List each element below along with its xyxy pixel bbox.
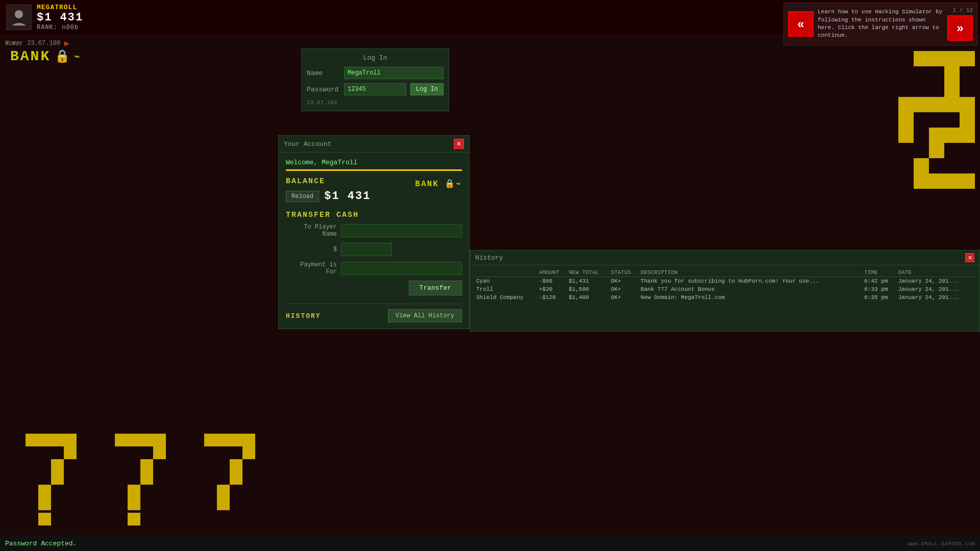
arrow-icon: ▶ xyxy=(64,38,69,48)
login-ip: 23.67.100 xyxy=(307,99,444,106)
reload-button[interactable]: Reload xyxy=(286,191,319,202)
cell-from: Shield Company xyxy=(474,293,537,302)
payment-for-input[interactable] xyxy=(341,262,462,275)
cell-from: Troll xyxy=(474,285,537,293)
col-amount: AMOUNT xyxy=(537,268,567,277)
svg-rect-17 xyxy=(929,143,944,158)
svg-rect-14 xyxy=(929,128,944,143)
svg-rect-36 xyxy=(153,446,166,459)
login-name-row: Name xyxy=(307,67,444,79)
svg-rect-25 xyxy=(51,434,64,446)
amount-row: $ xyxy=(286,243,462,256)
svg-rect-34 xyxy=(140,434,153,446)
player-stats: MEGATROLL $1 431 RANK: n00b xyxy=(37,4,83,31)
balance-amount: $1 431 xyxy=(324,190,371,203)
cell-total: $1,500 xyxy=(567,285,609,293)
help-panel: « Learn how to use Hacking Simulator by … xyxy=(783,3,977,45)
player-balance: $1 431 xyxy=(37,11,83,24)
dialog-body: Welcome, MegaTroll BALANCE BANK 🔒⌁ Reloa… xyxy=(279,153,469,329)
amount-input[interactable] xyxy=(341,243,392,256)
login-name-label: Name xyxy=(307,69,340,77)
bank-logo-small: BANK 🔒⌁ xyxy=(415,179,462,189)
nav-next-button[interactable]: » xyxy=(947,15,973,41)
svg-rect-1 xyxy=(929,51,944,66)
transfer-section: TRANSFER CASH To Player Name $ Payment i… xyxy=(286,211,462,295)
bank-logo-top: BANK 🔒 ⌁ xyxy=(10,48,80,64)
cell-time: 6:35 pm xyxy=(862,293,896,302)
svg-rect-7 xyxy=(914,97,929,112)
cell-from: Cyan xyxy=(474,277,537,286)
svg-rect-50 xyxy=(38,513,51,525)
cell-desc: New Domain: MegaTroll.com xyxy=(639,293,862,302)
dialog-titlebar: Your Account ✕ xyxy=(279,136,469,153)
help-text: Learn how to use Hacking Simulator by fo… xyxy=(818,8,943,40)
svg-rect-29 xyxy=(51,472,64,485)
svg-rect-4 xyxy=(944,66,960,82)
player-info: MEGATROLL $1 431 RANK: n00b xyxy=(0,0,89,35)
svg-rect-35 xyxy=(153,434,166,446)
view-all-history-button[interactable]: View All History xyxy=(388,309,462,322)
svg-rect-47 xyxy=(230,472,242,485)
svg-rect-37 xyxy=(140,459,153,472)
history-title: History xyxy=(475,254,503,262)
cell-desc: Thank you for subscribing to HubPorn.com… xyxy=(639,277,862,286)
cell-time: 6:42 pm xyxy=(862,277,896,286)
svg-rect-31 xyxy=(38,497,51,510)
cell-status: OK+ xyxy=(609,285,639,293)
login-password-label: Password xyxy=(307,86,340,93)
svg-rect-24 xyxy=(38,434,51,446)
svg-rect-9 xyxy=(944,97,960,112)
svg-rect-48 xyxy=(217,485,230,497)
to-player-input[interactable] xyxy=(341,224,462,237)
svg-rect-40 xyxy=(128,497,140,510)
col-status: STATUS xyxy=(609,268,639,277)
svg-rect-16 xyxy=(960,128,975,143)
svg-rect-26 xyxy=(64,434,77,446)
login-button[interactable]: Log In xyxy=(410,83,444,95)
svg-rect-13 xyxy=(898,128,914,143)
svg-rect-0 xyxy=(914,51,929,66)
history-table: AMOUNT NEW TOTAL STATUS DESCRIPTION TIME… xyxy=(474,268,975,302)
history-panel: History ✕ AMOUNT NEW TOTAL STATUS DESCRI… xyxy=(470,250,980,332)
next-icon: » xyxy=(957,21,963,35)
balance-row: Reload $1 431 xyxy=(286,190,462,203)
login-password-input[interactable] xyxy=(344,83,406,95)
bank-logo-text: BANK xyxy=(10,48,51,64)
svg-rect-22 xyxy=(960,173,975,189)
cell-status: OK+ xyxy=(609,277,639,286)
svg-rect-42 xyxy=(217,434,230,446)
history-label: HISTORY xyxy=(286,312,321,320)
history-header: HISTORY View All History xyxy=(286,309,462,322)
account-dialog: Your Account ✕ Welcome, MegaTroll BALANC… xyxy=(278,135,470,329)
to-player-row: To Player Name xyxy=(286,223,462,238)
player-rank: RANK: n00b xyxy=(37,24,83,31)
svg-rect-41 xyxy=(204,434,217,446)
history-panel-close-button[interactable]: ✕ xyxy=(965,253,974,262)
login-name-input[interactable] xyxy=(344,67,444,79)
account-dialog-close-button[interactable]: ✕ xyxy=(454,139,464,149)
col-total: NEW TOTAL xyxy=(567,268,609,277)
svg-rect-39 xyxy=(128,485,140,497)
yellow-bar xyxy=(286,169,462,171)
welcome-text: Welcome, MegaTroll xyxy=(286,159,462,166)
svg-rect-15 xyxy=(944,128,960,143)
svg-rect-8 xyxy=(929,97,944,112)
svg-rect-2 xyxy=(944,51,960,66)
cell-time: 6:33 pm xyxy=(862,285,896,293)
history-section: HISTORY View All History xyxy=(286,304,462,322)
cell-total: $1,431 xyxy=(567,277,609,286)
dollar-label: $ xyxy=(286,246,337,253)
svg-rect-21 xyxy=(944,173,960,189)
svg-rect-45 xyxy=(242,446,255,459)
nav-prev-button[interactable]: « xyxy=(788,11,814,37)
cell-amount: +$20 xyxy=(537,285,567,293)
svg-rect-33 xyxy=(128,434,140,446)
svg-rect-44 xyxy=(242,434,255,446)
svg-rect-43 xyxy=(230,434,242,446)
status-message: Password Accepted. xyxy=(5,540,77,547)
payment-for-row: Payment is For xyxy=(286,261,462,276)
transfer-button[interactable]: Transfer xyxy=(409,281,462,295)
to-player-label: To Player Name xyxy=(286,223,337,238)
svg-point-52 xyxy=(15,10,23,18)
cell-date: January 24, 201... xyxy=(896,285,975,293)
